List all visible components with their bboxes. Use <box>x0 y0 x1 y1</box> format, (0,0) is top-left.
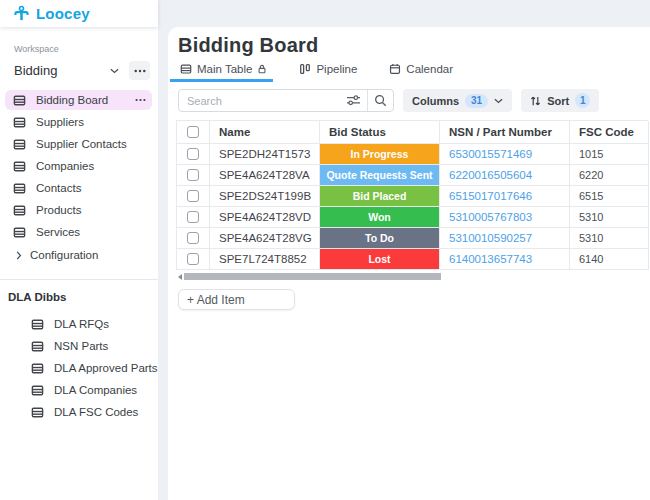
cell-bid-status[interactable]: Quote Requests Sent <box>320 165 440 186</box>
cell-name[interactable]: SPE2DH24T1573 <box>210 144 320 165</box>
sidebar-item[interactable]: Suppliers <box>5 112 152 132</box>
bidding-table: Name Bid Status NSN / Part Number FSC Co… <box>176 120 648 270</box>
status-pill[interactable]: To Do <box>320 228 439 248</box>
cell-fsc[interactable]: 6140 <box>570 249 649 270</box>
sidebar-item-configuration[interactable]: Configuration <box>5 245 152 265</box>
tab-pipeline[interactable]: Pipeline <box>297 63 359 82</box>
sidebar-item-label: Contacts <box>36 182 146 194</box>
sidebar-item[interactable]: DLA Approved Parts <box>23 358 152 378</box>
sidebar-item[interactable]: DLA Companies <box>23 380 152 400</box>
cell-nsn-link[interactable]: 5310005767803 <box>440 207 570 228</box>
cell-nsn-link[interactable]: 6140013657743 <box>440 249 570 270</box>
sidebar: Loocey Workspace Bidding Biddi <box>0 0 158 500</box>
app-logo[interactable]: Loocey <box>0 0 158 27</box>
column-header-bid-status[interactable]: Bid Status <box>320 121 440 144</box>
sidebar-item[interactable]: Companies <box>5 156 152 176</box>
sidebar-item-label: DLA Approved Parts <box>54 362 158 374</box>
sidebar-item-label: Supplier Contacts <box>36 138 146 150</box>
arrows-up-down-icon <box>530 95 541 107</box>
cell-nsn-link[interactable]: 5310010590257 <box>440 228 570 249</box>
main-panel: Bidding Board Main Table <box>168 27 650 500</box>
table-icon <box>13 138 26 151</box>
column-header-nsn[interactable]: NSN / Part Number <box>440 121 570 144</box>
sidebar-item-label: Companies <box>36 160 146 172</box>
cell-name[interactable]: SPE4A624T28VD <box>210 207 320 228</box>
cell-name[interactable]: SPE4A624T28VG <box>210 228 320 249</box>
sidebar-item-label: NSN Parts <box>54 340 146 352</box>
row-checkbox[interactable] <box>187 232 199 244</box>
sidebar-item[interactable]: DLA FSC Codes <box>23 402 152 422</box>
sidebar-item-label: DLA FSC Codes <box>54 406 146 418</box>
sidebar-item[interactable]: Products <box>5 200 152 220</box>
cell-bid-status[interactable]: In Progress <box>320 144 440 165</box>
row-checkbox[interactable] <box>187 169 199 181</box>
tab-label: Calendar <box>406 63 453 75</box>
calendar-icon <box>389 63 401 75</box>
add-item-button[interactable]: + Add Item <box>178 289 295 310</box>
row-checkbox[interactable] <box>187 253 199 265</box>
sidebar-item[interactable]: Supplier Contacts <box>5 134 152 154</box>
column-header-fsc[interactable]: FSC Code <box>570 121 649 144</box>
table-icon <box>180 63 192 75</box>
select-all-cell <box>177 121 210 144</box>
status-pill[interactable]: Won <box>320 207 439 227</box>
sidebar-item-label: Products <box>36 204 146 216</box>
row-checkbox[interactable] <box>187 211 199 223</box>
sidebar-item[interactable]: DLA RFQs <box>23 314 152 334</box>
magnifier-icon[interactable] <box>368 90 393 111</box>
status-pill[interactable]: Quote Requests Sent <box>320 165 439 185</box>
row-checkbox-cell <box>177 249 210 270</box>
select-all-checkbox[interactable] <box>187 126 199 138</box>
columns-button[interactable]: Columns 31 <box>403 89 512 112</box>
cell-fsc[interactable]: 5310 <box>570 228 649 249</box>
cell-bid-status[interactable]: To Do <box>320 228 440 249</box>
chevron-right-icon <box>16 251 22 260</box>
search-input[interactable] <box>179 94 340 108</box>
row-checkbox[interactable] <box>187 148 199 160</box>
chevron-down-icon[interactable] <box>110 68 119 74</box>
horizontal-scrollbar[interactable] <box>176 273 650 281</box>
workspace-name[interactable]: Bidding <box>14 63 57 78</box>
cell-nsn-link[interactable]: 6220016505604 <box>440 165 570 186</box>
scrollbar-thumb[interactable] <box>184 273 441 280</box>
table-icon <box>13 94 26 107</box>
cell-bid-status[interactable]: Bid Placed <box>320 186 440 207</box>
ellipsis-icon <box>134 69 146 73</box>
cell-nsn-link[interactable]: 6530015571469 <box>440 144 570 165</box>
sliders-icon[interactable] <box>340 90 367 111</box>
sidebar-item[interactable]: NSN Parts <box>23 336 152 356</box>
cell-name[interactable]: SPE7L724T8852 <box>210 249 320 270</box>
sort-button-label: Sort <box>547 95 569 107</box>
workspace-switcher: Workspace Bidding <box>0 27 158 84</box>
kanban-icon <box>299 63 311 75</box>
workspace-menu-button[interactable] <box>129 61 150 80</box>
cell-nsn-link[interactable]: 6515017017646 <box>440 186 570 207</box>
sidebar-item-bidding-board[interactable]: Bidding Board <box>5 90 152 110</box>
table-icon <box>13 160 26 173</box>
ellipsis-icon[interactable] <box>135 98 146 102</box>
status-pill[interactable]: Lost <box>320 249 439 269</box>
tab-main-table[interactable]: Main Table <box>178 63 269 82</box>
columns-button-label: Columns <box>412 95 459 107</box>
cell-name[interactable]: SPE2DS24T199B <box>210 186 320 207</box>
table-icon <box>13 204 26 217</box>
cell-name[interactable]: SPE4A624T28VA <box>210 165 320 186</box>
cell-fsc[interactable]: 6220 <box>570 165 649 186</box>
app-name: Loocey <box>36 5 90 22</box>
cell-bid-status[interactable]: Lost <box>320 249 440 270</box>
scroll-left-arrow-icon[interactable] <box>178 274 182 280</box>
workspace-label: Workspace <box>14 44 150 54</box>
tab-calendar[interactable]: Calendar <box>387 63 455 82</box>
row-checkbox[interactable] <box>187 190 199 202</box>
status-pill[interactable]: In Progress <box>320 144 439 164</box>
sort-button[interactable]: Sort 1 <box>521 89 599 112</box>
cell-bid-status[interactable]: Won <box>320 207 440 228</box>
status-pill[interactable]: Bid Placed <box>320 186 439 206</box>
column-header-name[interactable]: Name <box>210 121 320 144</box>
cell-fsc[interactable]: 5310 <box>570 207 649 228</box>
sidebar-item[interactable]: Contacts <box>5 178 152 198</box>
sidebar-item[interactable]: Services <box>5 222 152 242</box>
sidebar-item-label: Configuration <box>30 249 98 261</box>
cell-fsc[interactable]: 1015 <box>570 144 649 165</box>
cell-fsc[interactable]: 6515 <box>570 186 649 207</box>
